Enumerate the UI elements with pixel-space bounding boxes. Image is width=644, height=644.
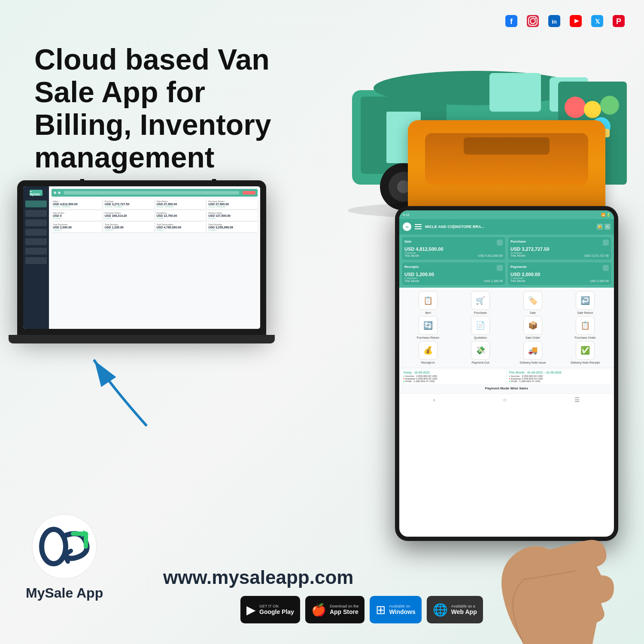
phone-dashboard-cards: Sale USD 4,812,500.00 4 Invoices This Mo…: [399, 234, 614, 288]
sale-card-icon: [497, 240, 503, 246]
web-app-badge[interactable]: 🌐 Available as a Web App: [427, 596, 483, 623]
laptop-card-sale-return[interactable]: Sale Return USD 27,500.00 1 Invoice · Th…: [155, 199, 206, 209]
purchase-card-icon: [603, 240, 609, 246]
payment-out-icon: 💸: [471, 341, 490, 360]
svg-rect-36: [415, 226, 422, 227]
phone-logo: ∞: [403, 222, 411, 231]
sidebar-dashboard[interactable]: [25, 200, 47, 207]
purchase-order-icon: 📋: [576, 316, 595, 335]
menu-item-purchase-order[interactable]: 📋 Purchase Order: [560, 316, 611, 339]
laptop-card-row-3: Total Payments USD 2,000.00 1 Vouchers T…: [52, 222, 258, 232]
phone-company-title: MICLE AND CO[INSTORE BRA...: [425, 225, 594, 229]
phone-refresh-icon[interactable]: ↻: [605, 224, 611, 230]
phone-menu-icon[interactable]: [414, 222, 422, 231]
menu-item-quotation[interactable]: 📄 Quotation: [455, 316, 506, 339]
laptop-card-purchase[interactable]: Purchase USD 3,272,727.50 2 Invoices · T…: [103, 199, 154, 209]
phone-back-btn[interactable]: ‹: [433, 396, 435, 403]
item-icon: 📋: [419, 291, 437, 310]
header-search[interactable]: [64, 191, 239, 194]
logo-svg: [30, 512, 99, 581]
header-action-btn[interactable]: [243, 191, 255, 194]
laptop-card-purchase-orders[interactable]: Purchase Orders USD 168,314.20 7 Invoice…: [103, 210, 154, 221]
purchase-icon: 🛒: [471, 291, 490, 310]
menu-item-item[interactable]: 📋 Item: [403, 291, 453, 314]
laptop-card-purchase-return[interactable]: Purchase Return USD 27,500.00 1 Invoice …: [207, 199, 258, 209]
windows-badge[interactable]: ⊞ Available on Windows: [370, 596, 421, 623]
web-icon: 🌐: [433, 603, 448, 617]
phone-menu-grid: 📋 Item 🛒 Purchase 🏷️ Sale ↩️ Sale Return…: [399, 288, 614, 368]
phone-status-icons: 📶 🔋: [601, 213, 611, 217]
phone-summary: Today 10-08-2023 ● Income 4,350,000.00 U…: [399, 368, 614, 393]
sidebar-others[interactable]: [25, 257, 47, 264]
laptop-card-total-payments[interactable]: Total Payments USD 2,000.00 1 Vouchers: [52, 222, 102, 232]
google-play-badge[interactable]: ▶ GET IT ON Google Play: [240, 596, 300, 623]
phone-notification-icon[interactable]: 🔔: [597, 224, 603, 230]
pos-device: SUNMI V2 9:15 📶 🔋 ∞ MICLE AND CO[INSTORE…: [395, 120, 618, 541]
laptop-card-quotations[interactable]: Quotations USD 13,750.00 1 Invoice: [155, 210, 206, 221]
menu-item-receipt-in[interactable]: 💰 Receipt-In: [403, 341, 453, 364]
laptop-header-bar: [52, 189, 258, 197]
sidebar-items[interactable]: [25, 210, 47, 217]
laptop-card-total-receipts[interactable]: Total Receipts USD 1,200.00 1 Vouchers: [103, 222, 154, 232]
laptop-logo: ∞ MySale: [30, 190, 43, 196]
phone-payments-card[interactable]: Payments USD 2,000.00 1 Vouchers This Mo…: [507, 262, 612, 286]
laptop-card-sales[interactable]: Sales USD 4,812,500.00 4 Invoices · This…: [52, 199, 102, 209]
laptop-sidebar: ∞ MySale: [23, 186, 49, 329]
laptop-card-sale-orders[interactable]: Sale Orders USD 0 0 Invoices: [52, 210, 102, 221]
pos-handle: [425, 133, 588, 185]
sale-icon: 🏷️: [523, 291, 542, 310]
sidebar-settings[interactable]: [25, 248, 47, 255]
laptop-base: [9, 335, 275, 343]
delivery-receipt-icon: ✅: [576, 341, 595, 360]
app-store-badge[interactable]: 🍎 Download on the App Store: [305, 596, 365, 623]
svg-text:f: f: [510, 17, 513, 26]
phone-recents-btn[interactable]: ☰: [574, 396, 580, 403]
phone-sale-card[interactable]: Sale USD 4,812,500.00 4 Invoices This Mo…: [401, 237, 506, 260]
svg-rect-35: [415, 224, 422, 225]
sidebar-accounts[interactable]: [25, 229, 47, 236]
laptop-card-row-2: Sale Orders USD 0 0 Invoices Purchase Or…: [52, 210, 258, 221]
menu-item-sale-return[interactable]: ↩️ Sale Return: [560, 291, 611, 314]
phone-purchase-card[interactable]: Purchase USD 3,272,727.50 4 Invoices Thi…: [507, 237, 612, 260]
app-store-text: Download on the App Store: [330, 604, 359, 615]
google-play-text: GET IT ON Google Play: [259, 604, 294, 615]
windows-text: Available on Windows: [389, 604, 415, 615]
laptop-card-row-1: Sales USD 4,812,500.00 4 Invoices · This…: [52, 199, 258, 209]
payment-mode-label: Payment Mode Wise Sales: [402, 385, 611, 392]
website-url: www.mysaleapp.com: [163, 567, 353, 588]
app-store-badges: ▶ GET IT ON Google Play 🍎 Download on th…: [240, 596, 483, 623]
google-play-icon: ▶: [246, 603, 256, 617]
header-dot-2: [58, 191, 61, 194]
laptop-card-delivery-notes[interactable]: Delivery Notes USD 137,500.00 1 Invoice: [207, 210, 258, 221]
sidebar-inventory[interactable]: [25, 219, 47, 226]
menu-item-sale[interactable]: 🏷️ Sale: [507, 291, 558, 314]
menu-item-sale-order[interactable]: 📦 Sale Order: [507, 316, 558, 339]
phone-receipts-card[interactable]: Receipts USD 1,200.00 1 Vouchers This Mo…: [401, 262, 506, 286]
phone-nav-bar: ‹ ○ ☰: [399, 393, 614, 405]
svg-rect-17: [489, 73, 541, 112]
pos-grip: [464, 137, 550, 155]
menu-item-payment-out[interactable]: 💸 Payment-Out: [455, 341, 506, 364]
laptop-main-content: Sales USD 4,812,500.00 4 Invoices · This…: [49, 186, 260, 329]
logo-name: MySale App: [26, 585, 103, 601]
phone-home-btn[interactable]: ○: [503, 396, 507, 403]
sidebar-reports[interactable]: [25, 238, 47, 245]
windows-icon: ⊞: [376, 603, 386, 617]
menu-item-purchase-return[interactable]: 🔄 Purchase Return: [403, 316, 453, 339]
phone-statusbar: 9:15 📶 🔋: [399, 210, 614, 219]
receipts-card-icon: [497, 265, 503, 271]
menu-item-delivery-receipt[interactable]: ✅ Delivery Note Receipt: [560, 341, 611, 364]
phone-action-icons: 🔔 ↻: [597, 224, 611, 230]
menu-item-delivery-issue[interactable]: 🚚 Delivery Note Issue: [507, 341, 558, 364]
hand-area: [481, 489, 627, 644]
phone-header: ∞ MICLE AND CO[INSTORE BRA... 🔔 ↻: [399, 219, 614, 234]
purchase-return-icon: 🔄: [419, 316, 437, 335]
svg-text:in: in: [552, 18, 557, 25]
sale-order-icon: 📦: [523, 316, 542, 335]
phone-time: 9:15: [403, 213, 410, 217]
menu-item-purchase[interactable]: 🛒 Purchase: [455, 291, 506, 314]
laptop-card-payables[interactable]: Total Payables USD 3,255,096.08 2 Credit…: [207, 222, 258, 232]
web-app-text: Available as a Web App: [451, 604, 477, 615]
curved-arrow: [77, 352, 163, 429]
laptop-card-receivables[interactable]: Total Receivables USD 4,785,000.00 3 Deb…: [155, 222, 206, 232]
